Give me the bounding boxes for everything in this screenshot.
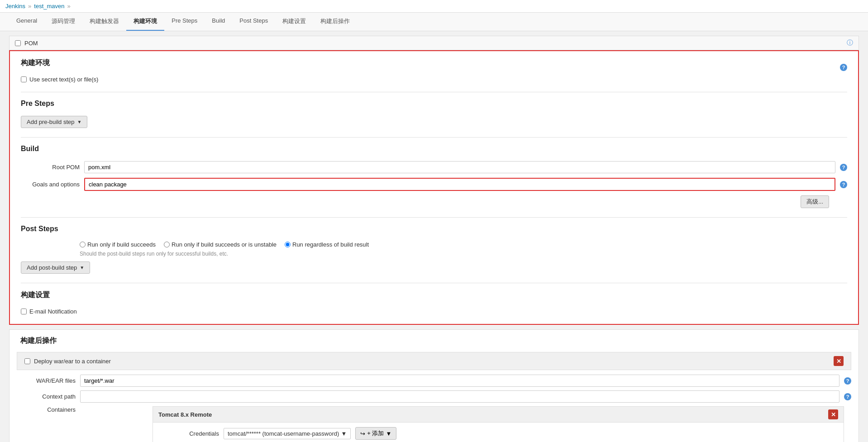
root-pom-help-icon[interactable]: ? — [840, 164, 847, 171]
tab-build[interactable]: Build — [205, 13, 232, 31]
war-ear-label: WAR/EAR files — [17, 377, 76, 384]
breadcrumb: Jenkins » test_maven » — [0, 0, 868, 13]
root-pom-input[interactable] — [84, 161, 835, 173]
tab-poststeps[interactable]: Post Steps — [232, 13, 275, 31]
deploy-label: Deploy war/ear to a container — [34, 358, 111, 365]
add-prebuild-arrow: ▼ — [77, 119, 82, 124]
containers-box: Tomcat 8.x Remote ✕ Credentials tomcat/*… — [80, 406, 851, 442]
breadcrumb-project[interactable]: test_maven — [34, 3, 64, 10]
goals-input[interactable] — [84, 178, 835, 191]
build-settings-title: 构建设置 — [21, 290, 847, 302]
tab-source[interactable]: 源码管理 — [44, 13, 82, 31]
post-ops-title: 构建后操作 — [10, 330, 858, 352]
email-notification-checkbox[interactable] — [21, 309, 27, 314]
war-ear-help-icon[interactable]: ? — [844, 377, 851, 385]
credentials-value: tomcat/****** (tomcat-username-password) — [228, 430, 339, 437]
context-path-input[interactable] — [80, 390, 839, 403]
build-env-section: 构建环境 ? Use secret text(s) or file(s) — [10, 51, 858, 92]
deploy-label-row: Deploy war/ear to a container — [24, 358, 111, 365]
tomcat-header: Tomcat 8.x Remote ✕ — [153, 407, 844, 423]
add-postbuild-arrow: ▼ — [80, 265, 84, 270]
tab-triggers[interactable]: 构建触发器 — [82, 13, 126, 31]
build-settings-section: 构建设置 E-mail Notification — [10, 283, 858, 324]
deploy-header: Deploy war/ear to a container ✕ — [17, 352, 851, 370]
pom-info-icon[interactable]: ⓘ — [847, 39, 853, 47]
tomcat-container: Tomcat 8.x Remote ✕ Credentials tomcat/*… — [153, 406, 844, 442]
tab-postops[interactable]: 构建后操作 — [313, 13, 357, 31]
radio-regardless[interactable]: Run regardless of build result — [285, 241, 369, 248]
goals-row: Goals and options ? — [21, 178, 847, 191]
tab-presteps[interactable]: Pre Steps — [164, 13, 205, 31]
tomcat-title: Tomcat 8.x Remote — [158, 411, 212, 418]
pom-row: POM ⓘ — [9, 36, 859, 50]
breadcrumb-jenkins[interactable]: Jenkins — [5, 3, 25, 10]
advanced-row: 高级... — [21, 195, 847, 208]
add-cred-arrow: ▼ — [386, 430, 391, 437]
credentials-row: Credentials tomcat/****** (tomcat-userna… — [160, 427, 836, 440]
goals-help-icon[interactable]: ? — [840, 181, 847, 188]
build-section: Build Root POM ? Goals and options ? 高级.… — [10, 138, 858, 217]
secret-label: Use secret text(s) or file(s) — [29, 76, 98, 83]
war-ear-row: WAR/EAR files ? — [17, 375, 851, 387]
pre-steps-section: Pre Steps Add pre-build step ▼ — [10, 92, 858, 137]
email-notification-label: E-mail Notification — [29, 308, 77, 315]
post-steps-hint: Should the post-build steps run only for… — [80, 251, 847, 257]
add-prebuild-button[interactable]: Add pre-build step ▼ — [21, 116, 87, 128]
context-path-label: Context path — [17, 393, 76, 400]
root-pom-label: Root POM — [21, 164, 80, 171]
breadcrumb-sep1: » — [28, 3, 31, 10]
post-steps-section: Post Steps Run only if build succeeds Ru… — [10, 218, 858, 283]
root-pom-row: Root POM ? — [21, 161, 847, 173]
tomcat-delete-button[interactable]: ✕ — [828, 409, 838, 419]
credentials-label: Credentials — [160, 430, 219, 437]
cred-arrow-icon: ▼ — [341, 430, 347, 437]
radio-success-only[interactable]: Run only if build succeeds — [80, 241, 156, 248]
radio-regardless-input[interactable] — [285, 242, 291, 247]
containers-row: Containers Tomcat 8.x Remote ✕ Credentia… — [17, 406, 851, 442]
build-title: Build — [21, 145, 847, 155]
radio-success-only-input[interactable] — [80, 242, 86, 247]
add-cred-icon: ↪ — [360, 430, 365, 437]
email-notification-row: E-mail Notification — [21, 308, 847, 315]
context-path-help-icon[interactable]: ? — [844, 393, 851, 400]
radio-success-unstable-input[interactable] — [164, 242, 170, 247]
pre-steps-title: Pre Steps — [21, 100, 847, 109]
goals-label: Goals and options — [21, 181, 80, 188]
deploy-delete-button[interactable]: ✕ — [834, 356, 844, 366]
radio-success-unstable[interactable]: Run only if build succeeds or is unstabl… — [164, 241, 277, 248]
containers-label: Containers — [17, 406, 76, 413]
pom-label: POM — [24, 40, 38, 47]
post-steps-radios: Run only if build succeeds Run only if b… — [80, 241, 847, 248]
tab-env[interactable]: 构建环境 — [126, 13, 164, 31]
pom-checkbox[interactable] — [15, 40, 21, 46]
tab-navigation: General 源码管理 构建触发器 构建环境 Pre Steps Build … — [0, 13, 868, 31]
secret-checkbox-row: Use secret text(s) or file(s) — [21, 76, 847, 83]
tab-settings[interactable]: 构建设置 — [275, 13, 313, 31]
tomcat-body: Credentials tomcat/****** (tomcat-userna… — [153, 423, 844, 442]
add-postbuild-button[interactable]: Add post-build step ▼ — [21, 261, 90, 274]
main-content: POM ⓘ 构建环境 ? Use secret text(s) or file(… — [0, 31, 868, 442]
context-path-row: Context path ? — [17, 390, 851, 403]
tab-general[interactable]: General — [9, 13, 44, 31]
credentials-select[interactable]: tomcat/****** (tomcat-username-password)… — [224, 428, 351, 439]
build-env-title: 构建环境 — [21, 58, 50, 70]
secret-checkbox[interactable] — [21, 76, 27, 82]
add-cred-label: + 添加 — [367, 429, 384, 437]
add-credentials-button[interactable]: ↪ + 添加 ▼ — [355, 427, 396, 440]
deploy-checkbox[interactable] — [24, 358, 30, 364]
advanced-button[interactable]: 高级... — [801, 195, 829, 208]
post-steps-title: Post Steps — [21, 225, 847, 235]
war-ear-input[interactable] — [80, 375, 839, 387]
red-box-section: 构建环境 ? Use secret text(s) or file(s) Pre… — [9, 50, 859, 325]
post-ops-section: 构建后操作 Deploy war/ear to a container ✕ WA… — [9, 329, 859, 442]
build-env-help-icon[interactable]: ? — [840, 64, 847, 71]
breadcrumb-sep2: » — [67, 3, 71, 10]
